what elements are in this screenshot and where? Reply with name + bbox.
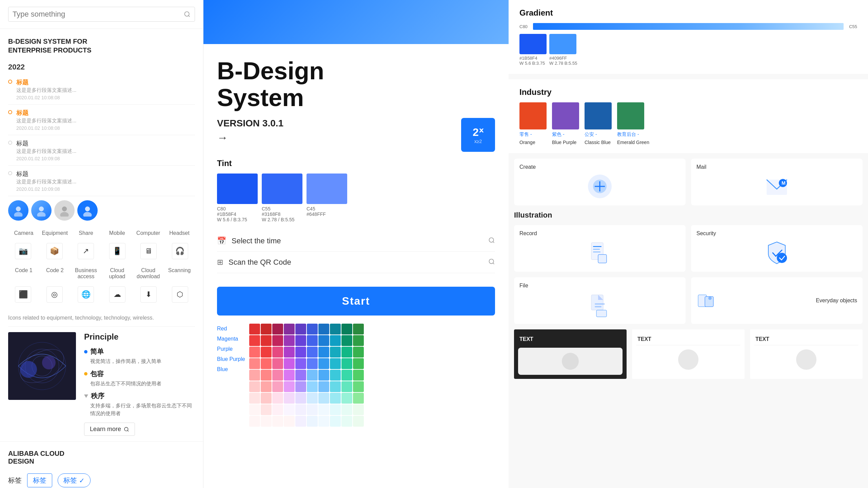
svg-rect-30 <box>593 251 600 252</box>
color-cell <box>353 370 364 381</box>
color-cell <box>284 370 295 381</box>
color-cell <box>318 358 329 369</box>
learn-more-label: Learn more <box>90 426 121 433</box>
color-cell <box>284 381 295 392</box>
ind-box-blue <box>585 102 612 129</box>
color-cell <box>330 347 341 358</box>
illus-card-file: File <box>514 277 686 324</box>
color-cell <box>307 404 318 415</box>
color-cell <box>318 324 329 334</box>
check-icon: ✓ <box>79 476 85 485</box>
icon-cell-cloudupload: ☁ <box>102 282 133 307</box>
color-cell <box>318 393 329 404</box>
ind-swatch-green: 教育后台 - Emerald Green <box>617 102 649 145</box>
search-icon-btn <box>124 427 129 432</box>
icon-label-business: Business access <box>71 267 102 280</box>
color-cell <box>307 416 318 427</box>
color-cell <box>261 381 272 392</box>
qr-icon: ⊞ <box>217 258 223 267</box>
tag-outlined-check-1[interactable]: 标签 ✓ <box>58 473 91 487</box>
timeline-dot-2 <box>8 110 12 114</box>
icon-label-share: Share <box>71 230 102 236</box>
color-cell <box>272 393 283 404</box>
timeline-item-4: 标题 这是是多行段落文案描述... 2020.01.02 10:09:08 <box>8 166 195 196</box>
timeline-desc-2: 这是是多行段落文案描述... <box>16 118 195 124</box>
dot-yellow-2 <box>84 372 87 375</box>
search-input[interactable] <box>13 10 184 19</box>
search-wrapper[interactable] <box>8 7 195 22</box>
icon-cell-share: ↗ <box>71 239 101 263</box>
ind-name-blue: 公安 - <box>585 131 612 138</box>
timeline-desc-4: 这是是多行段落文案描述... <box>16 179 195 185</box>
person-icon-1 <box>12 204 24 217</box>
illustration-area: Create Mail <box>509 153 868 384</box>
timeline-content-1: 标题 这是是多行段落文案描述... 2020.01.02 10:08:08 <box>16 78 195 100</box>
icon-cell-mobile: 📱 <box>102 239 133 263</box>
illus-everyday-card: Everyday objects <box>691 277 863 324</box>
color-cell <box>330 358 341 369</box>
icon-cell-camera: 📷 <box>8 239 38 263</box>
left-title-section: B-DESIGN SYSTEM FORENTERPRISE PRODUCTS <box>0 29 203 57</box>
color-cell <box>249 416 260 427</box>
color-cell <box>261 370 272 381</box>
icon-cell-clouddownload: ⬇ <box>134 282 164 307</box>
color-cell <box>295 358 306 369</box>
color-cell <box>261 324 272 334</box>
version-box-sub: x≥2 <box>474 139 482 144</box>
color-cell <box>295 324 306 334</box>
computer-icon: 🖥 <box>140 243 157 259</box>
illus-row-2: Record Security <box>514 225 863 272</box>
search-qr-icon <box>488 258 495 267</box>
color-cell <box>295 404 306 415</box>
color-cell <box>330 381 341 392</box>
search-bar <box>0 0 203 29</box>
text-card-1: TEXT <box>514 329 627 379</box>
principle-item-1: 简单 视觉简洁，操作简易，接入简单 <box>84 347 195 365</box>
principle-image <box>8 332 76 400</box>
color-cell <box>249 370 260 381</box>
color-cell <box>307 324 318 334</box>
principle-item-3: 秩序 支持多端，多行业，多场景包容云生态下不同情况的使用者 <box>84 391 195 417</box>
color-cell <box>353 381 364 392</box>
gradient-bar <box>533 23 844 30</box>
color-cell <box>341 393 352 404</box>
color-cell <box>341 370 352 381</box>
principle-section: Principle 简单 视觉简洁，操作简易，接入简单 包容 包容丛生态下不同情… <box>8 326 195 441</box>
svg-text:M: M <box>782 180 786 186</box>
form-item-qr[interactable]: ⊞ Scan the QR Code <box>217 252 495 273</box>
color-cell <box>307 370 318 381</box>
timeline-content-3: 标题 这是是多行段落文案描述... 2020.01.02 10:09:08 <box>16 139 195 161</box>
color-cell <box>330 416 341 427</box>
icon-label-upload: Cloud upload <box>102 267 133 280</box>
arrow-button[interactable]: → <box>217 131 283 144</box>
alibaba-title: ALIBABA CLOUDDESIGN <box>8 450 195 465</box>
tag-check-label: 标签 <box>63 476 77 485</box>
version-info: VERSION 3.0.1 → <box>217 118 283 144</box>
dot-blue-1 <box>84 350 87 353</box>
search-form-icon <box>488 237 495 245</box>
color-label-bluepurple: Blue Purple <box>217 354 245 364</box>
principle-item-2: 包容 包容丛生态下不同情况的使用者 <box>84 369 195 388</box>
timeline-title-4: 标题 <box>16 170 195 178</box>
color-cell <box>261 358 272 369</box>
code1-icon: ⬛ <box>15 286 31 303</box>
color-cell <box>341 416 352 427</box>
timeline-title-1: 标题 <box>16 78 195 86</box>
color-cell <box>318 335 329 346</box>
swatch-c45: C45#648FFF <box>307 174 347 217</box>
tag-outlined-1[interactable]: 标签 <box>27 473 52 487</box>
color-cell <box>284 347 295 358</box>
ind-box-purple <box>552 102 579 129</box>
color-cell <box>295 416 306 427</box>
color-cell <box>341 335 352 346</box>
start-button[interactable]: Start <box>217 287 495 316</box>
learn-more-button[interactable]: Learn more <box>84 423 135 436</box>
tags-section: 标签 标签 标签 ✓ 标签 标签 <box>8 473 195 488</box>
ind-box-green <box>617 102 644 129</box>
svg-point-20 <box>489 259 494 263</box>
form-item-time[interactable]: 📅 Select the time <box>217 230 495 252</box>
icon-label-equipment: Equipment <box>39 230 71 236</box>
scan-qr-label: Scan the QR Code <box>229 258 483 267</box>
text-card-header-2: TEXT <box>636 333 741 345</box>
principle-item-desc-3: 支持多端，多行业，多场景包容云生态下不同情况的使用者 <box>84 402 195 417</box>
